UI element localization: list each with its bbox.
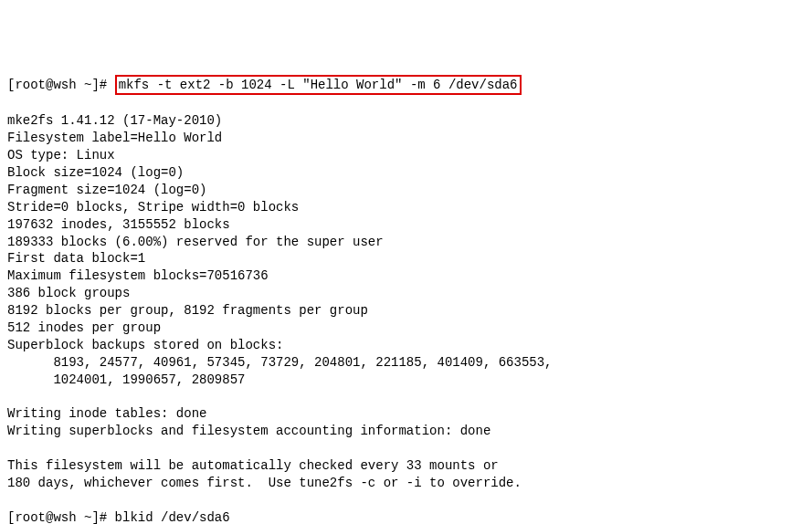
output-line: Maximum filesystem blocks=70516736 (7, 267, 805, 285)
output-line (7, 389, 805, 406)
mkfs-command: mkfs -t ext2 -b 1024 -L "Hello World" -m… (115, 75, 522, 96)
output-line: 1024001, 1990657, 2809857 (7, 372, 805, 389)
output-line: Superblock backups stored on blocks: (7, 337, 805, 354)
output-line: Block size=1024 (log=0) (7, 164, 805, 182)
output-line: OS type: Linux (7, 147, 805, 164)
prompt-line-1: [root@wsh ~]# mkfs -t ext2 -b 1024 -L "H… (7, 75, 805, 96)
output-line: Writing inode tables: done (7, 405, 805, 423)
output-line: Filesystem label=Hello World (7, 130, 805, 147)
output-line: mke2fs 1.41.12 (17-May-2010) (7, 112, 805, 130)
output-line: 8193, 24577, 40961, 57345, 73729, 204801… (7, 354, 805, 372)
output-line: 386 block groups (7, 285, 805, 302)
output-line: 180 days, whichever comes first. Use tun… (7, 475, 805, 492)
output-line: 189333 blocks (6.00%) reserved for the s… (7, 234, 805, 251)
output-line: First data block=1 (7, 250, 805, 267)
prompt-line-2: [root@wsh ~]# blkid /dev/sda6 (7, 509, 805, 524)
output-line: Stride=0 blocks, Stripe width=0 blocks (7, 199, 805, 216)
output-line: This filesystem will be automatically ch… (7, 457, 805, 475)
output-line: 8192 blocks per group, 8192 fragments pe… (7, 302, 805, 320)
output-line: 197632 inodes, 3155552 blocks (7, 216, 805, 234)
output-line: Fragment size=1024 (log=0) (7, 182, 805, 199)
output-line: 512 inodes per group (7, 320, 805, 337)
output-line (7, 440, 805, 457)
mkfs-output: mke2fs 1.41.12 (17-May-2010)Filesystem l… (7, 112, 805, 492)
output-line: Writing superblocks and filesystem accou… (7, 423, 805, 440)
prompt-prefix: [root@wsh ~]# (7, 78, 115, 92)
